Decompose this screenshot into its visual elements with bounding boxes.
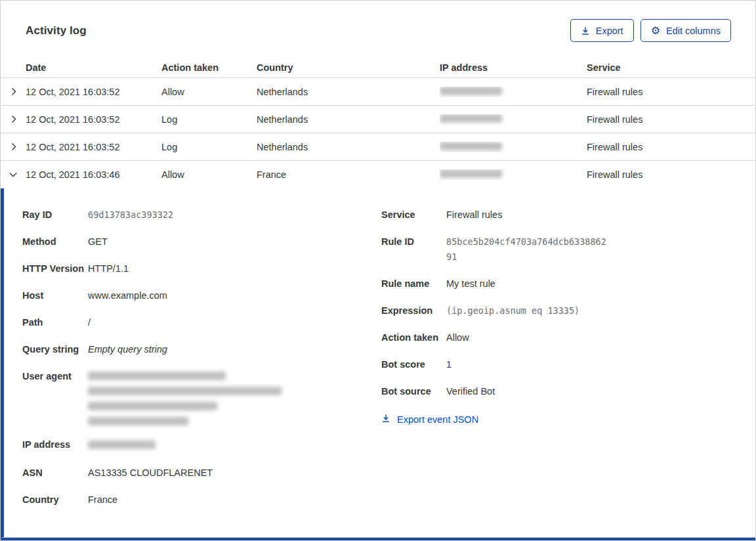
detail-field-path: Path / xyxy=(22,315,381,330)
detail-field-expression: Expression (ip.geoip.asnum eq 13335) xyxy=(381,303,736,318)
cell-country: France xyxy=(257,169,440,180)
asn-value: AS13335 CLOUDFLARENET xyxy=(88,465,213,481)
cell-service: Firewall rules xyxy=(587,87,755,97)
http-version-value: HTTP/1.1 xyxy=(88,261,129,276)
bot-source-value: Verified Bot xyxy=(446,384,495,399)
cell-service: Firewall rules xyxy=(587,142,755,152)
method-value: GET xyxy=(88,234,108,249)
cell-service: Firewall rules xyxy=(587,169,755,180)
detail-field-http-version: HTTP Version HTTP/1.1 xyxy=(22,261,381,276)
table-row[interactable]: 12 Oct, 2021 16:03:52 Log Netherlands Fi… xyxy=(1,133,755,161)
export-button[interactable]: Export xyxy=(570,19,634,42)
detail-field-user-agent: User agent xyxy=(22,369,381,425)
detail-field-ip-address: IP address xyxy=(22,437,381,454)
user-agent-redacted xyxy=(88,369,282,425)
export-event-json-label: Export event JSON xyxy=(397,414,478,425)
country-value: France xyxy=(88,492,117,508)
detail-field-action-taken: Action taken Allow xyxy=(381,330,736,345)
topbar: Activity log Export ⚙ Edit columns xyxy=(1,1,755,58)
event-detail-right-column: Service Firewall rules Rule ID 85bce5b20… xyxy=(381,207,736,527)
table-row[interactable]: 12 Oct, 2021 16:03:52 Allow Netherlands … xyxy=(1,78,755,106)
detail-field-service: Service Firewall rules xyxy=(381,207,736,223)
edit-columns-button[interactable]: ⚙ Edit columns xyxy=(640,19,731,42)
detail-field-bot-score: Bot score 1 xyxy=(381,357,736,372)
export-button-label: Export xyxy=(596,26,623,36)
column-header-country: Country xyxy=(257,62,440,73)
rule-id-value: 85bce5b204cf4703a764dcb633886291 xyxy=(446,234,609,265)
cell-action-taken: Allow xyxy=(161,87,257,97)
cell-ip-redacted xyxy=(440,87,587,97)
edit-columns-button-label: Edit columns xyxy=(666,26,721,36)
detail-field-host: Host www.example.com xyxy=(22,288,381,303)
detail-field-bot-source: Bot source Verified Bot xyxy=(381,384,736,399)
detail-field-rule-name: Rule name My test rule xyxy=(381,276,736,292)
cell-date: 12 Oct, 2021 16:03:46 xyxy=(26,169,161,180)
column-header-action-taken: Action taken xyxy=(161,62,257,73)
path-value: / xyxy=(88,315,91,330)
detail-field-asn: ASN AS13335 CLOUDFLARENET xyxy=(22,465,381,481)
detail-field-method: Method GET xyxy=(22,234,381,249)
detail-field-rule-id: Rule ID 85bce5b204cf4703a764dcb633886291 xyxy=(381,234,736,265)
query-string-value: Empty query string xyxy=(88,342,167,357)
cell-country: Netherlands xyxy=(257,114,440,125)
cell-action-taken: Log xyxy=(161,142,257,152)
chevron-right-icon[interactable] xyxy=(1,142,26,151)
cell-date: 12 Oct, 2021 16:03:52 xyxy=(26,87,161,97)
cell-service: Firewall rules xyxy=(587,114,755,125)
expression-value: (ip.geoip.asnum eq 13335) xyxy=(446,303,579,318)
ray-id-value: 69d13783ac393322 xyxy=(88,207,173,223)
detail-field-query-string: Query string Empty query string xyxy=(22,342,381,357)
host-value: www.example.com xyxy=(88,288,167,303)
rule-name-value: My test rule xyxy=(446,276,495,292)
column-header-service: Service xyxy=(587,62,755,73)
bottom-accent-bar xyxy=(1,538,755,540)
activity-log-panel: Activity log Export ⚙ Edit columns Date … xyxy=(0,0,756,541)
table-header: Date Action taken Country IP address Ser… xyxy=(1,58,755,78)
column-header-ip-address: IP address xyxy=(440,62,587,73)
action-taken-value: Allow xyxy=(446,330,469,345)
chevron-right-icon[interactable] xyxy=(1,87,26,96)
page-title: Activity log xyxy=(26,24,87,37)
chevron-down-icon[interactable] xyxy=(1,170,26,179)
table-row-expanded[interactable]: 12 Oct, 2021 16:03:46 Allow France Firew… xyxy=(1,161,755,188)
detail-field-ray-id: Ray ID 69d13783ac393322 xyxy=(22,207,381,223)
cell-date: 12 Oct, 2021 16:03:52 xyxy=(26,114,161,125)
event-detail-panel: Ray ID 69d13783ac393322 Method GET HTTP … xyxy=(1,188,755,538)
ip-address-redacted xyxy=(88,437,156,454)
cell-country: Netherlands xyxy=(257,142,440,152)
cell-action-taken: Log xyxy=(161,114,257,125)
toolbar-actions: Export ⚙ Edit columns xyxy=(570,19,731,42)
gear-icon: ⚙ xyxy=(651,26,660,36)
service-value: Firewall rules xyxy=(446,207,502,223)
download-icon xyxy=(381,414,390,425)
cell-ip-redacted xyxy=(440,142,587,152)
column-header-date: Date xyxy=(26,62,161,73)
chevron-right-icon[interactable] xyxy=(1,115,26,123)
detail-field-country: Country France xyxy=(22,492,381,508)
table-row[interactable]: 12 Oct, 2021 16:03:52 Log Netherlands Fi… xyxy=(1,106,755,133)
cell-ip-redacted xyxy=(440,169,587,180)
event-detail-left-column: Ray ID 69d13783ac393322 Method GET HTTP … xyxy=(22,207,381,527)
bot-score-value: 1 xyxy=(446,357,452,372)
export-event-json-link[interactable]: Export event JSON xyxy=(381,414,478,425)
cell-ip-redacted xyxy=(440,114,587,125)
cell-action-taken: Allow xyxy=(161,169,257,180)
download-icon xyxy=(581,26,590,35)
cell-date: 12 Oct, 2021 16:03:52 xyxy=(26,142,161,152)
cell-country: Netherlands xyxy=(257,87,440,97)
